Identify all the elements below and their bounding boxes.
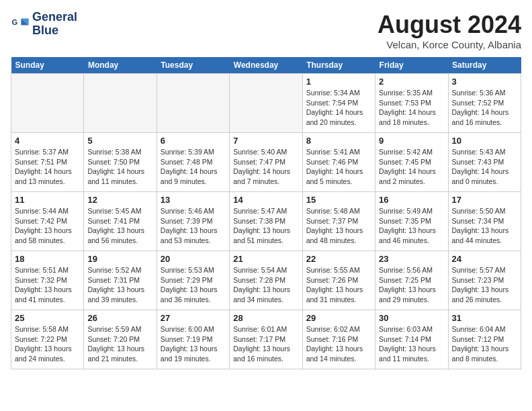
day-number: 3 bbox=[452, 77, 517, 87]
day-info: Sunrise: 5:44 AMSunset: 7:42 PMDaylight:… bbox=[15, 206, 80, 246]
day-info: Sunrise: 5:51 AMSunset: 7:32 PMDaylight:… bbox=[15, 265, 80, 305]
day-info: Sunrise: 5:37 AMSunset: 7:51 PMDaylight:… bbox=[15, 147, 80, 187]
location-subtitle: Velcan, Korce County, Albania bbox=[378, 39, 521, 50]
day-number: 10 bbox=[452, 136, 517, 146]
day-number: 26 bbox=[87, 313, 152, 323]
day-info: Sunrise: 5:57 AMSunset: 7:23 PMDaylight:… bbox=[452, 265, 517, 305]
day-number: 5 bbox=[87, 136, 152, 146]
day-info: Sunrise: 5:47 AMSunset: 7:38 PMDaylight:… bbox=[233, 206, 298, 246]
day-number: 28 bbox=[233, 313, 298, 323]
day-info: Sunrise: 5:54 AMSunset: 7:28 PMDaylight:… bbox=[233, 265, 298, 305]
day-number: 21 bbox=[233, 254, 298, 264]
calendar-cell: 16Sunrise: 5:49 AMSunset: 7:35 PMDayligh… bbox=[375, 192, 448, 251]
day-number: 9 bbox=[379, 136, 444, 146]
day-number: 23 bbox=[379, 254, 444, 264]
calendar-cell: 18Sunrise: 5:51 AMSunset: 7:32 PMDayligh… bbox=[11, 251, 84, 310]
day-info: Sunrise: 5:40 AMSunset: 7:47 PMDaylight:… bbox=[233, 147, 298, 187]
weekday-header-saturday: Saturday bbox=[448, 57, 521, 74]
calendar-cell: 21Sunrise: 5:54 AMSunset: 7:28 PMDayligh… bbox=[230, 251, 302, 310]
day-number: 29 bbox=[306, 313, 371, 323]
calendar-cell: 13Sunrise: 5:46 AMSunset: 7:39 PMDayligh… bbox=[157, 192, 229, 251]
calendar-cell bbox=[157, 74, 229, 133]
calendar-cell: 30Sunrise: 6:03 AMSunset: 7:14 PMDayligh… bbox=[375, 310, 448, 369]
logo-text: General Blue bbox=[32, 11, 77, 38]
weekday-header-sunday: Sunday bbox=[11, 57, 84, 74]
day-number: 24 bbox=[452, 254, 517, 264]
day-info: Sunrise: 5:53 AMSunset: 7:29 PMDaylight:… bbox=[161, 265, 226, 305]
calendar-cell: 4Sunrise: 5:37 AMSunset: 7:51 PMDaylight… bbox=[11, 133, 84, 192]
calendar-cell: 22Sunrise: 5:55 AMSunset: 7:26 PMDayligh… bbox=[302, 251, 375, 310]
day-number: 20 bbox=[161, 254, 226, 264]
weekday-header-friday: Friday bbox=[375, 57, 448, 74]
day-info: Sunrise: 6:04 AMSunset: 7:12 PMDaylight:… bbox=[452, 324, 517, 364]
calendar-cell: 9Sunrise: 5:42 AMSunset: 7:45 PMDaylight… bbox=[375, 133, 448, 192]
day-number: 8 bbox=[306, 136, 371, 146]
calendar-cell bbox=[230, 74, 302, 133]
day-info: Sunrise: 5:46 AMSunset: 7:39 PMDaylight:… bbox=[161, 206, 226, 246]
week-row-4: 18Sunrise: 5:51 AMSunset: 7:32 PMDayligh… bbox=[11, 251, 521, 310]
calendar-table: SundayMondayTuesdayWednesdayThursdayFrid… bbox=[11, 57, 521, 369]
calendar-cell: 10Sunrise: 5:43 AMSunset: 7:43 PMDayligh… bbox=[448, 133, 521, 192]
week-row-2: 4Sunrise: 5:37 AMSunset: 7:51 PMDaylight… bbox=[11, 133, 521, 192]
calendar-cell: 15Sunrise: 5:48 AMSunset: 7:37 PMDayligh… bbox=[302, 192, 375, 251]
calendar-cell: 19Sunrise: 5:52 AMSunset: 7:31 PMDayligh… bbox=[84, 251, 157, 310]
calendar-cell bbox=[11, 74, 84, 133]
day-number: 2 bbox=[379, 77, 444, 87]
day-info: Sunrise: 5:45 AMSunset: 7:41 PMDaylight:… bbox=[87, 206, 152, 246]
calendar-cell: 27Sunrise: 6:00 AMSunset: 7:19 PMDayligh… bbox=[157, 310, 229, 369]
month-year-title: August 2024 bbox=[378, 11, 521, 39]
day-number: 15 bbox=[306, 195, 371, 205]
day-info: Sunrise: 5:38 AMSunset: 7:50 PMDaylight:… bbox=[87, 147, 152, 187]
day-number: 4 bbox=[15, 136, 80, 146]
logo-icon: G bbox=[11, 15, 30, 34]
calendar-cell: 17Sunrise: 5:50 AMSunset: 7:34 PMDayligh… bbox=[448, 192, 521, 251]
day-number: 14 bbox=[233, 195, 298, 205]
day-number: 1 bbox=[306, 77, 371, 87]
weekday-header-wednesday: Wednesday bbox=[230, 57, 302, 74]
day-info: Sunrise: 5:48 AMSunset: 7:37 PMDaylight:… bbox=[306, 206, 371, 246]
day-info: Sunrise: 6:02 AMSunset: 7:16 PMDaylight:… bbox=[306, 324, 371, 364]
day-info: Sunrise: 6:00 AMSunset: 7:19 PMDaylight:… bbox=[161, 324, 226, 364]
weekday-header-monday: Monday bbox=[84, 57, 157, 74]
day-info: Sunrise: 6:03 AMSunset: 7:14 PMDaylight:… bbox=[379, 324, 444, 364]
calendar-cell: 31Sunrise: 6:04 AMSunset: 7:12 PMDayligh… bbox=[448, 310, 521, 369]
day-number: 31 bbox=[452, 313, 517, 323]
day-number: 17 bbox=[452, 195, 517, 205]
calendar-cell: 3Sunrise: 5:36 AMSunset: 7:52 PMDaylight… bbox=[448, 74, 521, 133]
svg-text:G: G bbox=[11, 18, 17, 26]
week-row-5: 25Sunrise: 5:58 AMSunset: 7:22 PMDayligh… bbox=[11, 310, 521, 369]
week-row-1: 1Sunrise: 5:34 AMSunset: 7:54 PMDaylight… bbox=[11, 74, 521, 133]
calendar-cell: 8Sunrise: 5:41 AMSunset: 7:46 PMDaylight… bbox=[302, 133, 375, 192]
logo: G General Blue bbox=[11, 11, 77, 38]
day-info: Sunrise: 5:34 AMSunset: 7:54 PMDaylight:… bbox=[306, 88, 371, 128]
day-info: Sunrise: 6:01 AMSunset: 7:17 PMDaylight:… bbox=[233, 324, 298, 364]
calendar-cell: 28Sunrise: 6:01 AMSunset: 7:17 PMDayligh… bbox=[230, 310, 302, 369]
calendar-cell: 14Sunrise: 5:47 AMSunset: 7:38 PMDayligh… bbox=[230, 192, 302, 251]
day-number: 16 bbox=[379, 195, 444, 205]
day-info: Sunrise: 5:35 AMSunset: 7:53 PMDaylight:… bbox=[379, 88, 444, 128]
calendar-cell: 6Sunrise: 5:39 AMSunset: 7:48 PMDaylight… bbox=[157, 133, 229, 192]
day-info: Sunrise: 5:41 AMSunset: 7:46 PMDaylight:… bbox=[306, 147, 371, 187]
week-row-3: 11Sunrise: 5:44 AMSunset: 7:42 PMDayligh… bbox=[11, 192, 521, 251]
page-header: G General Blue August 2024 Velcan, Korce… bbox=[11, 11, 521, 50]
day-number: 19 bbox=[87, 254, 152, 264]
calendar-cell: 1Sunrise: 5:34 AMSunset: 7:54 PMDaylight… bbox=[302, 74, 375, 133]
day-info: Sunrise: 5:36 AMSunset: 7:52 PMDaylight:… bbox=[452, 88, 517, 128]
calendar-cell: 24Sunrise: 5:57 AMSunset: 7:23 PMDayligh… bbox=[448, 251, 521, 310]
weekday-header-row: SundayMondayTuesdayWednesdayThursdayFrid… bbox=[11, 57, 521, 74]
day-info: Sunrise: 5:59 AMSunset: 7:20 PMDaylight:… bbox=[87, 324, 152, 364]
calendar-cell: 5Sunrise: 5:38 AMSunset: 7:50 PMDaylight… bbox=[84, 133, 157, 192]
day-info: Sunrise: 5:49 AMSunset: 7:35 PMDaylight:… bbox=[379, 206, 444, 246]
day-number: 7 bbox=[233, 136, 298, 146]
calendar-cell: 11Sunrise: 5:44 AMSunset: 7:42 PMDayligh… bbox=[11, 192, 84, 251]
day-info: Sunrise: 5:42 AMSunset: 7:45 PMDaylight:… bbox=[379, 147, 444, 187]
calendar-cell: 29Sunrise: 6:02 AMSunset: 7:16 PMDayligh… bbox=[302, 310, 375, 369]
day-number: 30 bbox=[379, 313, 444, 323]
day-info: Sunrise: 5:58 AMSunset: 7:22 PMDaylight:… bbox=[15, 324, 80, 364]
day-info: Sunrise: 5:52 AMSunset: 7:31 PMDaylight:… bbox=[87, 265, 152, 305]
calendar-cell: 2Sunrise: 5:35 AMSunset: 7:53 PMDaylight… bbox=[375, 74, 448, 133]
calendar-cell bbox=[84, 74, 157, 133]
day-info: Sunrise: 5:43 AMSunset: 7:43 PMDaylight:… bbox=[452, 147, 517, 187]
day-number: 11 bbox=[15, 195, 80, 205]
calendar-cell: 20Sunrise: 5:53 AMSunset: 7:29 PMDayligh… bbox=[157, 251, 229, 310]
